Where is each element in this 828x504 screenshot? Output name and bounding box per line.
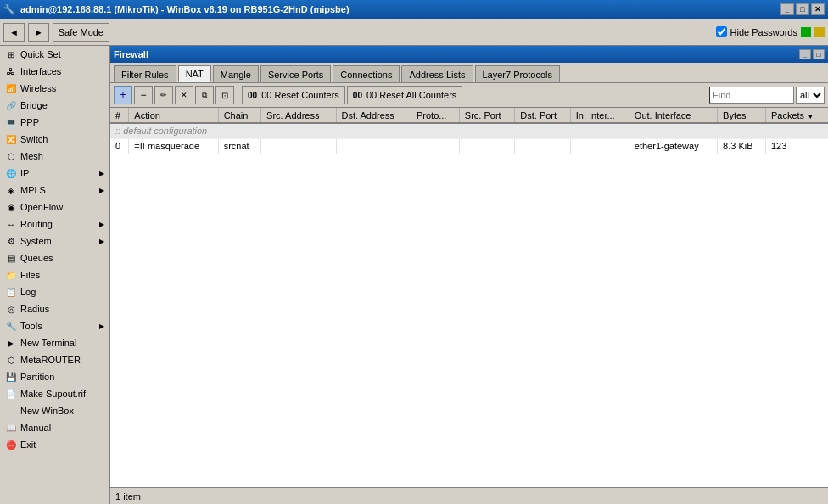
cell-dst-port (515, 138, 570, 154)
toolbar-separator-1 (238, 87, 238, 104)
sidebar-label-new-winbox: New WinBox (20, 406, 74, 416)
edit-button[interactable]: ✏ (154, 86, 173, 104)
sidebar-item-ip[interactable]: 🌐 IP ▶ (0, 165, 109, 182)
remove-button[interactable]: − (134, 86, 153, 104)
sidebar-item-new-winbox[interactable]: New WinBox (0, 402, 109, 419)
sidebar-item-tools[interactable]: 🔧 Tools ▶ (0, 317, 109, 334)
cell-in-interface (570, 138, 629, 154)
hide-passwords-label: Hide Passwords (730, 27, 797, 37)
partition-icon: 💾 (5, 371, 17, 383)
add-button[interactable]: + (114, 86, 132, 104)
firewall-minimize-button[interactable]: _ (799, 49, 811, 59)
sidebar-item-new-terminal[interactable]: ▶ New Terminal (0, 334, 109, 351)
sidebar-label-wireless: Wireless (20, 83, 56, 93)
app-icon: 🔧 (3, 4, 15, 15)
sidebar-label-make-supout: Make Supout.rif (20, 389, 86, 399)
radius-icon: ◎ (5, 303, 17, 315)
sidebar-item-interfaces[interactable]: 🖧 Interfaces (0, 63, 109, 80)
col-src-port: Src. Port (459, 108, 514, 123)
sidebar-item-make-supout[interactable]: 📄 Make Supout.rif (0, 385, 109, 402)
copy-button[interactable]: ⧉ (195, 86, 214, 104)
tab-layer7-protocols[interactable]: Layer7 Protocols (475, 65, 561, 82)
tab-filter-rules[interactable]: Filter Rules (114, 65, 176, 82)
sidebar-item-system[interactable]: ⚙ System ▶ (0, 232, 109, 249)
maximize-button[interactable]: □ (796, 3, 809, 15)
find-input[interactable] (709, 87, 794, 104)
cell-src-address (261, 138, 336, 154)
sidebar-item-mpls[interactable]: ◈ MPLS ▶ (0, 182, 109, 199)
sidebar-label-manual: Manual (20, 423, 51, 433)
delete-button[interactable]: ✕ (175, 86, 193, 104)
sidebar-item-exit[interactable]: ⛔ Exit (0, 436, 109, 453)
sidebar-item-meta-router[interactable]: ⬡ MetaROUTER (0, 351, 109, 368)
filter-button[interactable]: ⊡ (215, 86, 234, 104)
make-supout-icon: 📄 (5, 388, 17, 400)
tab-mangle[interactable]: Mangle (213, 65, 259, 82)
col-num: # (110, 108, 129, 123)
content-area: Firewall _ □ Filter Rules NAT Mangle Ser… (110, 46, 828, 504)
sidebar-item-manual[interactable]: 📖 Manual (0, 419, 109, 436)
mpls-icon: ◈ (5, 184, 17, 196)
system-icon: ⚙ (5, 235, 17, 247)
status-bar: 1 item (110, 487, 828, 504)
sidebar-item-bridge[interactable]: 🔗 Bridge (0, 97, 109, 114)
sidebar-item-partition[interactable]: 💾 Partition (0, 368, 109, 385)
sidebar-item-log[interactable]: 📋 Log (0, 283, 109, 300)
back-button[interactable]: ◄ (3, 23, 25, 42)
sidebar-item-radius[interactable]: ◎ Radius (0, 300, 109, 317)
sidebar-item-openflow[interactable]: ◉ OpenFlow (0, 199, 109, 216)
tools-arrow-icon: ▶ (99, 322, 104, 330)
cell-out-interface: ether1-gateway (629, 138, 717, 154)
sidebar-label-mpls: MPLS (20, 185, 46, 195)
tab-connections[interactable]: Connections (333, 65, 400, 82)
tab-nat[interactable]: NAT (178, 65, 211, 82)
title-bar: 🔧 admin@192.168.88.1 (MikroTik) - WinBox… (0, 0, 828, 19)
close-button[interactable]: ✕ (811, 3, 825, 15)
col-dst-address: Dst. Address (336, 108, 411, 123)
main-layout: ⊞ Quick Set 🖧 Interfaces 📶 Wireless 🔗 Br… (0, 46, 828, 504)
sidebar-item-ppp[interactable]: 💻 PPP (0, 114, 109, 131)
reset-counters-button[interactable]: 00 00 Reset Counters (242, 86, 345, 104)
cell-src-port (459, 138, 514, 154)
new-winbox-icon (5, 405, 17, 417)
safe-mode-button[interactable]: Safe Mode (53, 23, 109, 42)
table-row[interactable]: 0 =II masquerade srcnat ether1-gateway 8… (110, 138, 828, 154)
sidebar-item-files[interactable]: 📁 Files (0, 266, 109, 283)
sidebar-item-mesh[interactable]: ⬡ Mesh (0, 148, 109, 165)
sidebar-label-interfaces: Interfaces (20, 66, 61, 76)
firewall-maximize-button[interactable]: □ (813, 49, 825, 59)
sidebar-item-switch[interactable]: 🔀 Switch (0, 131, 109, 148)
cell-num: 0 (110, 138, 129, 154)
sidebar-item-queues[interactable]: ▤ Queues (0, 249, 109, 266)
cell-bytes: 8.3 KiB (718, 138, 766, 154)
tab-address-lists[interactable]: Address Lists (401, 65, 473, 82)
col-packets: Packets ▼ (765, 108, 828, 123)
hide-passwords-checkbox[interactable] (716, 26, 727, 37)
cell-chain: srcnat (218, 138, 260, 154)
firewall-window-controls[interactable]: _ □ (799, 49, 825, 59)
window-controls[interactable]: _ □ ✕ (780, 3, 825, 15)
reset-all-label: 00 Reset All Counters (366, 90, 456, 100)
sidebar-item-routing[interactable]: ↔ Routing ▶ (0, 216, 109, 232)
sidebar-item-wireless[interactable]: 📶 Wireless (0, 80, 109, 97)
find-select[interactable]: all (796, 87, 825, 104)
cell-packets: 123 (765, 138, 828, 154)
tab-service-ports[interactable]: Service Ports (260, 65, 331, 82)
minimize-button[interactable]: _ (780, 3, 794, 15)
firewall-title: Firewall (114, 49, 148, 59)
col-out-interface: Out. Interface (629, 108, 717, 123)
sidebar-label-radius: Radius (20, 304, 49, 314)
sidebar: ⊞ Quick Set 🖧 Interfaces 📶 Wireless 🔗 Br… (0, 46, 110, 504)
sidebar-label-routing: Routing (20, 219, 53, 229)
sidebar-label-new-terminal: New Terminal (20, 338, 76, 348)
forward-button[interactable]: ► (28, 23, 49, 42)
col-action: Action (129, 108, 218, 123)
reset-all-counters-button[interactable]: 00 00 Reset All Counters (347, 86, 463, 104)
sidebar-label-ip: IP (20, 168, 29, 178)
queues-icon: ▤ (5, 252, 17, 264)
sidebar-item-quick-set[interactable]: ⊞ Quick Set (0, 46, 109, 63)
sidebar-label-meta-router: MetaROUTER (20, 355, 81, 365)
status-gold-dot (814, 27, 825, 37)
quick-set-icon: ⊞ (5, 48, 17, 60)
routing-arrow-icon: ▶ (99, 221, 104, 228)
